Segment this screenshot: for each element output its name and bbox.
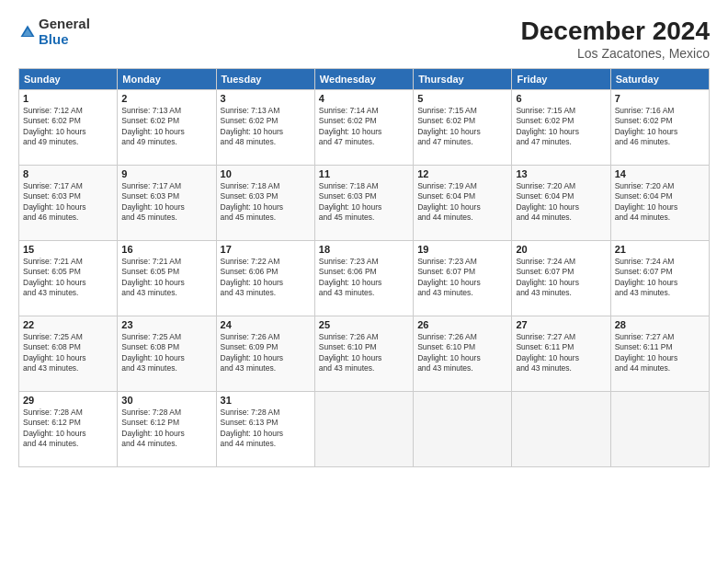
calendar-week-3: 15Sunrise: 7:21 AMSunset: 6:05 PMDayligh…	[19, 241, 710, 316]
table-row: 2Sunrise: 7:13 AMSunset: 6:02 PMDaylight…	[118, 90, 216, 166]
logo-text: General Blue	[39, 17, 90, 47]
day-info: Sunrise: 7:23 AMSunset: 6:07 PMDaylight:…	[417, 257, 507, 299]
calendar-title: December 2024	[521, 17, 710, 46]
table-row: 27Sunrise: 7:27 AMSunset: 6:11 PMDayligh…	[512, 316, 610, 392]
day-info: Sunrise: 7:27 AMSunset: 6:11 PMDaylight:…	[516, 332, 606, 374]
calendar-week-1: 1Sunrise: 7:12 AMSunset: 6:02 PMDaylight…	[19, 90, 710, 166]
table-row: 14Sunrise: 7:20 AMSunset: 6:04 PMDayligh…	[610, 166, 709, 241]
day-info: Sunrise: 7:19 AMSunset: 6:04 PMDaylight:…	[417, 181, 507, 224]
table-row: 7Sunrise: 7:16 AMSunset: 6:02 PMDaylight…	[610, 90, 709, 166]
day-number: 5	[417, 93, 507, 104]
table-row: 31Sunrise: 7:28 AMSunset: 6:13 PMDayligh…	[216, 392, 314, 467]
table-row: 10Sunrise: 7:18 AMSunset: 6:03 PMDayligh…	[216, 166, 314, 241]
day-info: Sunrise: 7:26 AMSunset: 6:09 PMDaylight:…	[221, 332, 311, 374]
col-monday: Monday	[118, 69, 216, 90]
table-row: 18Sunrise: 7:23 AMSunset: 6:06 PMDayligh…	[314, 241, 413, 316]
table-row	[414, 392, 512, 467]
col-thursday: Thursday	[414, 69, 512, 90]
day-info: Sunrise: 7:18 AMSunset: 6:03 PMDaylight:…	[221, 181, 311, 224]
day-info: Sunrise: 7:13 AMSunset: 6:02 PMDaylight:…	[121, 106, 211, 148]
table-row: 15Sunrise: 7:21 AMSunset: 6:05 PMDayligh…	[19, 241, 118, 316]
day-number: 27	[516, 319, 606, 330]
day-number: 23	[121, 319, 211, 330]
day-info: Sunrise: 7:28 AMSunset: 6:12 PMDaylight:…	[23, 408, 113, 450]
day-number: 26	[417, 319, 507, 330]
day-info: Sunrise: 7:18 AMSunset: 6:03 PMDaylight:…	[319, 181, 409, 224]
day-info: Sunrise: 7:27 AMSunset: 6:11 PMDaylight:…	[615, 332, 705, 374]
day-info: Sunrise: 7:28 AMSunset: 6:12 PMDaylight:…	[121, 408, 211, 450]
day-number: 29	[23, 395, 113, 406]
table-row: 19Sunrise: 7:23 AMSunset: 6:07 PMDayligh…	[414, 241, 512, 316]
table-row: 26Sunrise: 7:26 AMSunset: 6:10 PMDayligh…	[414, 316, 512, 392]
day-info: Sunrise: 7:13 AMSunset: 6:02 PMDaylight:…	[221, 106, 311, 148]
day-info: Sunrise: 7:20 AMSunset: 6:04 PMDaylight:…	[516, 181, 606, 224]
table-row	[610, 392, 709, 467]
day-info: Sunrise: 7:16 AMSunset: 6:02 PMDaylight:…	[615, 106, 705, 148]
table-row	[512, 392, 610, 467]
day-number: 20	[516, 244, 606, 255]
day-number: 9	[121, 168, 211, 179]
day-info: Sunrise: 7:15 AMSunset: 6:02 PMDaylight:…	[417, 106, 507, 148]
header-row: Sunday Monday Tuesday Wednesday Thursday…	[19, 69, 710, 90]
day-info: Sunrise: 7:21 AMSunset: 6:05 PMDaylight:…	[23, 257, 113, 299]
day-number: 3	[221, 93, 311, 104]
logo-blue: Blue	[39, 32, 90, 48]
day-info: Sunrise: 7:21 AMSunset: 6:05 PMDaylight:…	[121, 257, 211, 299]
day-number: 30	[121, 395, 211, 406]
table-row: 13Sunrise: 7:20 AMSunset: 6:04 PMDayligh…	[512, 166, 610, 241]
day-info: Sunrise: 7:28 AMSunset: 6:13 PMDaylight:…	[221, 408, 311, 450]
table-row: 1Sunrise: 7:12 AMSunset: 6:02 PMDaylight…	[19, 90, 118, 166]
day-number: 25	[319, 319, 409, 330]
day-number: 12	[417, 168, 507, 179]
day-number: 6	[516, 93, 606, 104]
col-saturday: Saturday	[610, 69, 709, 90]
day-info: Sunrise: 7:12 AMSunset: 6:02 PMDaylight:…	[23, 106, 113, 148]
day-number: 13	[516, 168, 606, 179]
day-number: 22	[23, 319, 113, 330]
day-number: 7	[615, 93, 705, 104]
table-row: 5Sunrise: 7:15 AMSunset: 6:02 PMDaylight…	[414, 90, 512, 166]
table-row: 23Sunrise: 7:25 AMSunset: 6:08 PMDayligh…	[118, 316, 216, 392]
title-block: December 2024 Los Zacatones, Mexico	[521, 17, 710, 61]
day-info: Sunrise: 7:26 AMSunset: 6:10 PMDaylight:…	[417, 332, 507, 374]
day-info: Sunrise: 7:25 AMSunset: 6:08 PMDaylight:…	[121, 332, 211, 374]
calendar-week-5: 29Sunrise: 7:28 AMSunset: 6:12 PMDayligh…	[19, 392, 710, 467]
day-number: 24	[221, 319, 311, 330]
table-row: 28Sunrise: 7:27 AMSunset: 6:11 PMDayligh…	[610, 316, 709, 392]
table-row: 25Sunrise: 7:26 AMSunset: 6:10 PMDayligh…	[314, 316, 413, 392]
day-info: Sunrise: 7:25 AMSunset: 6:08 PMDaylight:…	[23, 332, 113, 374]
day-number: 14	[615, 168, 705, 179]
table-row: 21Sunrise: 7:24 AMSunset: 6:07 PMDayligh…	[610, 241, 709, 316]
calendar-week-2: 8Sunrise: 7:17 AMSunset: 6:03 PMDaylight…	[19, 166, 710, 241]
day-info: Sunrise: 7:23 AMSunset: 6:06 PMDaylight:…	[319, 257, 409, 299]
col-sunday: Sunday	[19, 69, 118, 90]
day-number: 17	[221, 244, 311, 255]
table-row: 29Sunrise: 7:28 AMSunset: 6:12 PMDayligh…	[19, 392, 118, 467]
logo-general: General	[39, 17, 90, 32]
table-row: 6Sunrise: 7:15 AMSunset: 6:02 PMDaylight…	[512, 90, 610, 166]
page: General Blue December 2024 Los Zacatones…	[0, 0, 728, 563]
table-row: 4Sunrise: 7:14 AMSunset: 6:02 PMDaylight…	[314, 90, 413, 166]
day-info: Sunrise: 7:24 AMSunset: 6:07 PMDaylight:…	[516, 257, 606, 299]
col-friday: Friday	[512, 69, 610, 90]
day-info: Sunrise: 7:20 AMSunset: 6:04 PMDaylight:…	[615, 181, 705, 224]
table-row: 22Sunrise: 7:25 AMSunset: 6:08 PMDayligh…	[19, 316, 118, 392]
table-row	[314, 392, 413, 467]
table-row: 9Sunrise: 7:17 AMSunset: 6:03 PMDaylight…	[118, 166, 216, 241]
table-row: 8Sunrise: 7:17 AMSunset: 6:03 PMDaylight…	[19, 166, 118, 241]
day-number: 16	[121, 244, 211, 255]
day-number: 1	[23, 93, 113, 104]
day-info: Sunrise: 7:17 AMSunset: 6:03 PMDaylight:…	[23, 181, 113, 224]
table-row: 3Sunrise: 7:13 AMSunset: 6:02 PMDaylight…	[216, 90, 314, 166]
table-row: 12Sunrise: 7:19 AMSunset: 6:04 PMDayligh…	[414, 166, 512, 241]
logo: General Blue	[18, 17, 90, 47]
day-number: 4	[319, 93, 409, 104]
day-number: 19	[417, 244, 507, 255]
calendar-subtitle: Los Zacatones, Mexico	[521, 46, 710, 61]
table-row: 17Sunrise: 7:22 AMSunset: 6:06 PMDayligh…	[216, 241, 314, 316]
col-wednesday: Wednesday	[314, 69, 413, 90]
day-number: 18	[319, 244, 409, 255]
day-number: 28	[615, 319, 705, 330]
day-info: Sunrise: 7:26 AMSunset: 6:10 PMDaylight:…	[319, 332, 409, 374]
table-row: 24Sunrise: 7:26 AMSunset: 6:09 PMDayligh…	[216, 316, 314, 392]
